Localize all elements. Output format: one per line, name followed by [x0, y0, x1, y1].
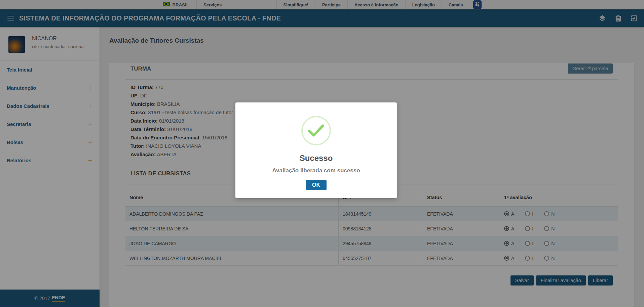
- success-dialog: Sucesso Avaliação liberada com sucesso O…: [235, 102, 397, 198]
- application-window: BRASIL Serviços Simplifique! Participe A…: [0, 0, 644, 307]
- dialog-title: Sucesso: [235, 154, 397, 163]
- dialog-message: Avaliação liberada com sucesso: [235, 167, 397, 174]
- success-check-icon: [301, 116, 331, 145]
- ok-button[interactable]: OK: [306, 180, 327, 190]
